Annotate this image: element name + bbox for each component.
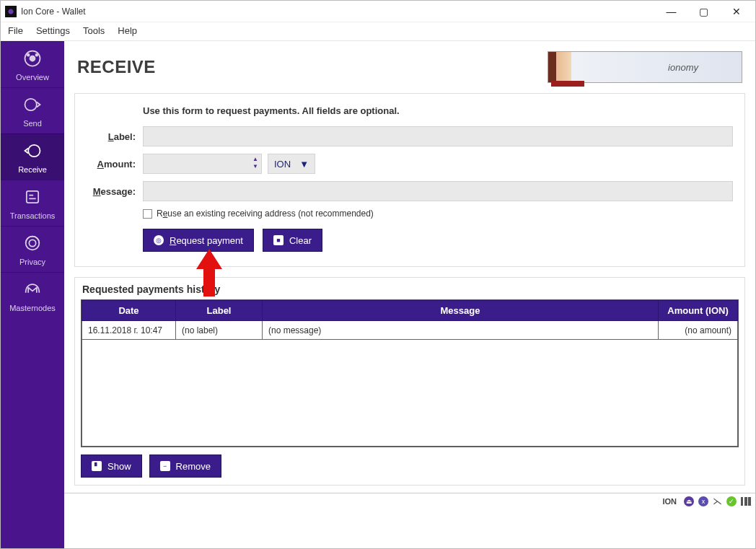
close-button[interactable]: ✕ (720, 1, 752, 22)
status-coin: ION (662, 497, 677, 506)
amount-field-label: Amount: (87, 159, 143, 170)
status-sync-icon[interactable]: ✓ (726, 496, 737, 506)
clear-label: Clear (289, 235, 312, 246)
menu-file[interactable]: File (8, 25, 23, 36)
svg-rect-6 (27, 190, 38, 202)
annotation-arrow-icon (196, 249, 222, 299)
currency-select[interactable]: ION ▼ (268, 154, 315, 174)
history-table: Date Label Message Amount (ION) 16.11.20… (82, 300, 738, 340)
overview-icon (22, 48, 43, 70)
request-icon: ◎ (154, 235, 164, 245)
sidebar-item-label: Receive (18, 165, 47, 174)
amount-spinner[interactable]: ▲ ▼ (252, 156, 258, 170)
svg-point-8 (29, 240, 35, 246)
sidebar-item-label: Masternodes (9, 304, 56, 312)
sidebar-item-send[interactable]: Send (1, 87, 64, 133)
sidebar-item-label: Transactions (10, 211, 56, 220)
menu-help[interactable]: Help (118, 25, 137, 36)
sidebar: Overview Send Receive Transactions Priva… (1, 41, 64, 548)
sidebar-item-masternodes[interactable]: Masternodes (1, 272, 64, 318)
table-empty-area (82, 340, 738, 447)
status-lock-icon[interactable]: ⏏ (684, 496, 694, 506)
svg-point-5 (28, 144, 40, 156)
amount-input[interactable]: ▲ ▼ (143, 154, 262, 174)
app-icon (5, 6, 17, 17)
message-field-label: Message: (87, 186, 143, 197)
clear-icon: ■ (273, 235, 284, 245)
currency-value: ION (274, 159, 291, 170)
masternodes-icon (22, 279, 43, 301)
banner-text: ionomy (668, 62, 698, 73)
show-icon: ▘ (92, 461, 102, 471)
spinner-down-icon[interactable]: ▼ (252, 163, 258, 170)
menu-tools[interactable]: Tools (83, 25, 105, 36)
message-input[interactable] (143, 181, 733, 201)
history-panel: Requested payments history Date Label Me… (74, 277, 745, 486)
label-input[interactable] (143, 126, 733, 146)
banner-image: ionomy (548, 51, 742, 83)
checkbox-box-icon[interactable] (143, 209, 152, 219)
remove-label: Remove (176, 461, 211, 472)
show-label: Show (107, 461, 131, 472)
sidebar-item-privacy[interactable]: Privacy (1, 226, 64, 272)
clear-button[interactable]: ■ Clear (263, 229, 322, 252)
remove-icon: − (160, 461, 170, 471)
col-message[interactable]: Message (263, 301, 659, 321)
cell-label: (no label) (176, 321, 263, 340)
table-row[interactable]: 16.11.2018 г. 10:47 (no label) (no messa… (82, 321, 738, 340)
receive-icon (22, 141, 43, 162)
page-title: RECEIVE (77, 57, 156, 77)
show-button[interactable]: ▘ Show (81, 454, 142, 478)
sidebar-item-label: Privacy (19, 258, 45, 266)
privacy-icon (22, 233, 43, 255)
sidebar-item-transactions[interactable]: Transactions (1, 180, 64, 226)
cell-date: 16.11.2018 г. 10:47 (82, 321, 176, 340)
svg-point-3 (35, 53, 38, 56)
sidebar-item-label: Overview (16, 73, 49, 82)
label-field-label: Label: (87, 131, 143, 142)
col-amount[interactable]: Amount (ION) (659, 301, 738, 321)
form-intro: Use this form to request payments. All f… (143, 105, 733, 116)
minimize-button[interactable]: — (655, 1, 687, 22)
svg-point-2 (27, 53, 30, 56)
receive-form: Use this form to request payments. All f… (74, 93, 745, 267)
col-date[interactable]: Date (82, 301, 176, 321)
cell-message: (no message) (263, 321, 659, 340)
spinner-up-icon[interactable]: ▲ (252, 156, 258, 163)
cell-amount: (no amount) (659, 321, 738, 340)
reuse-address-checkbox[interactable]: Reuse an existing receiving address (not… (143, 208, 733, 219)
status-staking-icon[interactable]: x (698, 496, 708, 506)
transactions-icon (22, 187, 43, 208)
window-title: Ion Core - Wallet (21, 6, 86, 17)
send-icon (22, 95, 43, 116)
menubar: File Settings Tools Help (1, 22, 755, 41)
sidebar-item-label: Send (23, 119, 42, 128)
menu-settings[interactable]: Settings (36, 25, 70, 36)
svg-point-4 (25, 98, 37, 110)
col-label[interactable]: Label (176, 301, 263, 321)
status-bars-icon[interactable] (741, 497, 751, 506)
svg-point-1 (30, 56, 35, 61)
status-network-icon[interactable]: ⋋ (713, 496, 722, 506)
history-title: Requested payments history (81, 284, 739, 295)
maximize-button[interactable]: ▢ (687, 1, 720, 22)
chevron-down-icon: ▼ (299, 159, 309, 170)
remove-button[interactable]: − Remove (149, 454, 221, 478)
statusbar: ION ⏏ x ⋋ ✓ (64, 493, 755, 509)
sidebar-item-overview[interactable]: Overview (1, 41, 64, 87)
titlebar: Ion Core - Wallet — ▢ ✕ (1, 1, 755, 22)
table-header-row: Date Label Message Amount (ION) (82, 301, 738, 321)
sidebar-item-receive[interactable]: Receive (1, 133, 64, 180)
